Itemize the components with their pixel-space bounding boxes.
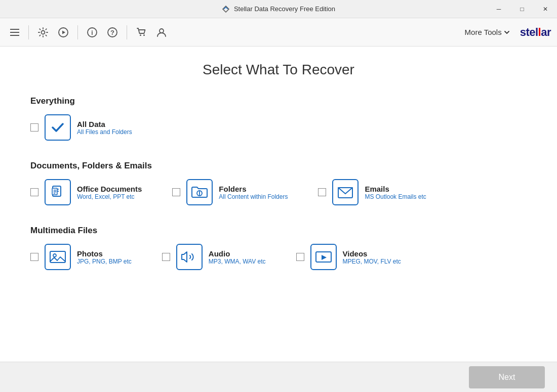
settings-button[interactable] bbox=[34, 23, 52, 41]
toolbar-left: i ? bbox=[6, 23, 171, 41]
item-photos-title: Photos bbox=[77, 249, 132, 258]
user-icon bbox=[156, 27, 167, 38]
icon-audio[interactable] bbox=[176, 244, 203, 270]
section-documents-items: Office Documents Word, Excel, PPT etc Fo… bbox=[30, 179, 527, 205]
icon-emails[interactable] bbox=[332, 179, 359, 205]
section-label-documents: Documents, Folders & Emails bbox=[30, 161, 527, 171]
stellar-logo: stellar bbox=[520, 26, 551, 39]
play-icon bbox=[58, 27, 69, 38]
app-icon bbox=[222, 5, 230, 13]
close-button[interactable]: ✕ bbox=[534, 0, 557, 18]
checkbox-videos[interactable] bbox=[296, 253, 304, 261]
icon-office-docs[interactable] bbox=[45, 179, 71, 205]
item-emails-title: Emails bbox=[365, 185, 426, 193]
toolbar-divider-2 bbox=[77, 25, 78, 39]
info-icon: i bbox=[87, 27, 98, 38]
checkbox-photos[interactable] bbox=[30, 253, 38, 261]
email-icon bbox=[337, 185, 354, 199]
cart-button[interactable] bbox=[132, 23, 150, 41]
icon-all-data[interactable] bbox=[45, 114, 71, 141]
checkbox-emails[interactable] bbox=[318, 188, 326, 196]
next-button[interactable]: Next bbox=[469, 366, 545, 388]
svg-point-20 bbox=[53, 254, 56, 257]
item-videos: Videos MPEG, MOV, FLV etc bbox=[296, 244, 401, 270]
checkbox-office-docs[interactable] bbox=[30, 188, 38, 196]
main-content: Select What To Recover Everything All Da… bbox=[0, 47, 557, 362]
item-folders-subtitle: All Content within Folders bbox=[219, 193, 288, 200]
title-text: Stellar Data Recovery Free Edition bbox=[234, 5, 335, 13]
section-documents: Documents, Folders & Emails bbox=[30, 161, 527, 205]
item-folders-title: Folders bbox=[219, 185, 288, 193]
item-emails-text: Emails MS Outlook Emails etc bbox=[365, 185, 426, 200]
svg-point-8 bbox=[160, 29, 164, 33]
more-tools-button[interactable]: More Tools bbox=[461, 26, 514, 38]
section-everything: Everything All Data All Files and Folder… bbox=[30, 96, 527, 141]
item-audio-title: Audio bbox=[209, 249, 266, 258]
folder-icon bbox=[191, 185, 208, 199]
help-icon: ? bbox=[107, 27, 118, 38]
title-bar-content: Stellar Data Recovery Free Edition bbox=[222, 5, 335, 13]
cart-icon bbox=[136, 27, 147, 38]
bottom-bar: Next bbox=[0, 362, 557, 392]
toolbar-right: More Tools stellar bbox=[461, 26, 551, 39]
svg-marker-22 bbox=[322, 255, 327, 260]
item-office-docs-title: Office Documents bbox=[77, 185, 142, 193]
maximize-button[interactable]: □ bbox=[510, 0, 534, 18]
play-button[interactable] bbox=[54, 23, 72, 41]
settings-icon bbox=[37, 27, 49, 38]
checkbox-all-data[interactable] bbox=[30, 123, 38, 132]
audio-icon bbox=[181, 249, 198, 265]
item-folders-text: Folders All Content within Folders bbox=[219, 185, 288, 200]
item-videos-title: Videos bbox=[343, 249, 401, 258]
item-photos: Photos JPG, PNG, BMP etc bbox=[30, 244, 132, 270]
item-office-docs: Office Documents Word, Excel, PPT etc bbox=[30, 179, 142, 205]
photo-icon bbox=[49, 249, 66, 265]
svg-point-0 bbox=[42, 30, 45, 34]
item-office-docs-subtitle: Word, Excel, PPT etc bbox=[77, 193, 142, 200]
checkmark-icon bbox=[50, 120, 65, 135]
item-emails: Emails MS Outlook Emails etc bbox=[318, 179, 426, 205]
item-all-data-title: All Data bbox=[77, 120, 132, 128]
item-photos-text: Photos JPG, PNG, BMP etc bbox=[77, 249, 132, 265]
window-controls: ─ □ ✕ bbox=[487, 0, 557, 18]
item-audio: Audio MP3, WMA, WAV etc bbox=[162, 244, 266, 270]
section-multimedia: Multimedia Files Photos JPG, PNG, BMP et… bbox=[30, 226, 527, 270]
svg-text:i: i bbox=[91, 29, 93, 36]
item-audio-subtitle: MP3, WMA, WAV etc bbox=[209, 258, 266, 265]
more-tools-label: More Tools bbox=[465, 28, 502, 36]
item-all-data-subtitle: All Files and Folders bbox=[77, 128, 132, 136]
item-videos-subtitle: MPEG, MOV, FLV etc bbox=[343, 258, 401, 265]
section-everything-items: All Data All Files and Folders bbox=[30, 114, 527, 141]
toolbar: i ? More Tools bbox=[0, 18, 557, 47]
item-videos-text: Videos MPEG, MOV, FLV etc bbox=[343, 249, 401, 265]
item-all-data-text: All Data All Files and Folders bbox=[77, 120, 132, 136]
svg-point-7 bbox=[143, 34, 145, 36]
checkbox-folders[interactable] bbox=[172, 188, 180, 196]
user-button[interactable] bbox=[152, 23, 171, 41]
icon-folders[interactable] bbox=[186, 179, 213, 205]
section-label-everything: Everything bbox=[30, 96, 527, 106]
icon-videos[interactable] bbox=[310, 244, 337, 270]
toolbar-divider-1 bbox=[28, 25, 29, 39]
svg-point-6 bbox=[140, 34, 141, 36]
minimize-button[interactable]: ─ bbox=[487, 0, 510, 18]
document-icon bbox=[50, 184, 66, 200]
hamburger-menu-button[interactable] bbox=[6, 25, 23, 40]
checkbox-audio[interactable] bbox=[162, 253, 170, 261]
item-emails-subtitle: MS Outlook Emails etc bbox=[365, 193, 426, 200]
item-audio-text: Audio MP3, WMA, WAV etc bbox=[209, 249, 266, 265]
section-label-multimedia: Multimedia Files bbox=[30, 226, 527, 236]
page-title: Select What To Recover bbox=[30, 62, 527, 78]
item-office-docs-text: Office Documents Word, Excel, PPT etc bbox=[77, 185, 142, 200]
item-folders: Folders All Content within Folders bbox=[172, 179, 288, 205]
title-bar: Stellar Data Recovery Free Edition ─ □ ✕ bbox=[0, 0, 557, 18]
item-all-data: All Data All Files and Folders bbox=[30, 114, 132, 141]
icon-photos[interactable] bbox=[45, 244, 71, 270]
item-photos-subtitle: JPG, PNG, BMP etc bbox=[77, 258, 132, 265]
svg-text:?: ? bbox=[110, 28, 114, 36]
info-button[interactable]: i bbox=[83, 23, 101, 41]
video-icon bbox=[315, 250, 332, 264]
chevron-down-icon bbox=[504, 29, 510, 35]
toolbar-divider-3 bbox=[127, 25, 127, 39]
help-button[interactable]: ? bbox=[103, 23, 122, 41]
